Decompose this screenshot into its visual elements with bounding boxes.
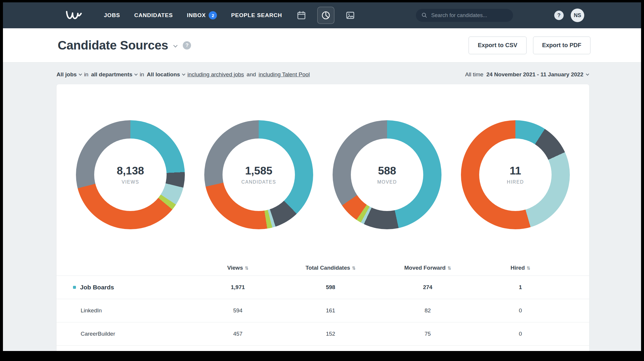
views-column-header[interactable]: Views⇅	[194, 265, 282, 271]
media-report-icon[interactable]	[344, 9, 356, 21]
sort-icon: ⇅	[447, 266, 451, 271]
report-card: 8,138 VIEWS 1,585 CANDIDATES 588 MOVED 1…	[57, 84, 589, 351]
search-icon	[421, 12, 428, 19]
workable-logo-icon	[66, 9, 82, 21]
job-boards-legend-swatch	[73, 286, 76, 289]
filter-conjunction: in	[84, 71, 89, 78]
title-help-icon[interactable]: ?	[183, 41, 191, 50]
search-box	[416, 9, 513, 22]
page-title: Candidate Sources	[58, 38, 168, 52]
table-row-careerbuilder: CareerBuilder 457 152 75 0	[57, 322, 589, 346]
sources-table: Views⇅ Total Candidates⇅ Moved Forward⇅ …	[57, 260, 589, 351]
table-row-job-boards[interactable]: Job Boards 1,971 598 274 1	[57, 276, 589, 299]
candidates-value: 598	[282, 284, 379, 291]
moved-total: 588	[378, 165, 396, 177]
help-icon[interactable]: ?	[554, 11, 564, 20]
top-nav: JOBS CANDIDATES INBOX 2 PEOPLE SEARCH	[3, 2, 641, 28]
nav-inbox[interactable]: INBOX 2	[187, 11, 217, 19]
source-name: LinkedIn	[81, 307, 102, 314]
nav-links: JOBS CANDIDATES INBOX 2 PEOPLE SEARCH	[104, 11, 282, 19]
calendar-icon[interactable]	[296, 9, 307, 21]
jobs-filter-label: All jobs	[57, 71, 77, 78]
date-range-filter[interactable]: All time 24 November 2021 - 11 January 2…	[465, 71, 589, 78]
avatar[interactable]: NS	[571, 9, 584, 22]
moved-forward-header-label: Moved Forward	[404, 265, 446, 271]
reports-pie-icon[interactable]	[317, 7, 334, 24]
nav-icon-group	[296, 7, 356, 24]
views-total: 8,138	[117, 165, 144, 177]
date-range-prefix: All time	[465, 71, 483, 78]
donut-candidates: 1,585 CANDIDATES	[204, 120, 313, 229]
moved-forward-column-header[interactable]: Moved Forward⇅	[379, 265, 476, 271]
search-input[interactable]	[431, 12, 508, 19]
sort-icon: ⇅	[352, 266, 356, 271]
inbox-count-badge: 2	[209, 11, 217, 19]
export-pdf-button[interactable]: Export to PDF	[533, 37, 590, 54]
source-name: CareerBuilder	[81, 331, 115, 337]
departments-filter-label: all departments	[91, 71, 132, 78]
table-row-indeed: Indeed 433 145 73 0	[57, 346, 589, 351]
total-candidates-header-label: Total Candidates	[306, 265, 350, 271]
chevron-down-icon	[79, 72, 82, 75]
moved-label: MOVED	[377, 179, 397, 185]
hired-total: 11	[509, 165, 521, 177]
export-csv-button[interactable]: Export to CSV	[469, 37, 526, 54]
jobs-filter[interactable]: All jobs	[57, 71, 82, 78]
page-header: Candidate Sources ? Export to CSV Export…	[3, 28, 641, 62]
hired-value: 1	[476, 284, 565, 291]
donut-moved: 588 MOVED	[333, 120, 441, 229]
filter-bar: All jobs in all departments in All locat…	[3, 62, 641, 78]
sort-icon: ⇅	[245, 266, 248, 271]
date-range-value: 24 November 2021 - 11 January 2022	[486, 71, 583, 78]
source-name: Job Boards	[80, 284, 114, 291]
locations-filter-label: All locations	[147, 71, 180, 78]
table-row-linkedin: LinkedIn 594 161 82 0	[57, 299, 589, 322]
locations-filter[interactable]: All locations	[147, 71, 185, 78]
donut-hired: 11 HIRED	[461, 120, 570, 229]
donut-chart-row: 8,138 VIEWS 1,585 CANDIDATES 588 MOVED 1…	[57, 120, 589, 229]
nav-candidates[interactable]: CANDIDATES	[134, 12, 173, 19]
candidates-label: CANDIDATES	[241, 179, 276, 185]
talent-pool-link[interactable]: including Talent Pool	[259, 71, 310, 78]
candidates-value: 152	[282, 331, 379, 337]
donut-views: 8,138 VIEWS	[76, 120, 185, 229]
candidates-value: 161	[282, 307, 379, 314]
nav-people-search[interactable]: PEOPLE SEARCH	[231, 12, 282, 19]
filter-conjunction: in	[140, 71, 144, 78]
nav-jobs[interactable]: JOBS	[104, 12, 120, 19]
moved-value: 82	[379, 307, 476, 314]
hired-value: 0	[476, 331, 565, 337]
hired-value: 0	[476, 307, 565, 314]
moved-value: 75	[379, 331, 476, 337]
filter-conjunction: and	[247, 71, 256, 78]
views-value: 457	[194, 331, 282, 337]
chevron-down-icon	[586, 72, 589, 75]
candidates-total: 1,585	[245, 165, 273, 177]
hired-label: HIRED	[507, 179, 524, 185]
table-header-row: Views⇅ Total Candidates⇅ Moved Forward⇅ …	[57, 260, 589, 276]
views-label: VIEWS	[122, 179, 139, 185]
views-value: 1,971	[194, 284, 282, 291]
title-chevron-down-icon[interactable]	[173, 43, 177, 47]
hired-header-label: Hired	[510, 265, 525, 271]
sort-icon: ⇅	[527, 266, 530, 271]
views-value: 594	[194, 307, 282, 314]
moved-value: 274	[379, 284, 476, 291]
chevron-down-icon	[182, 72, 185, 75]
archived-jobs-link[interactable]: including archived jobs	[187, 71, 244, 78]
workable-logo[interactable]	[66, 9, 82, 21]
total-candidates-column-header[interactable]: Total Candidates⇅	[282, 265, 379, 271]
departments-filter[interactable]: all departments	[91, 71, 137, 78]
views-header-label: Views	[227, 265, 243, 271]
nav-inbox-label: INBOX	[187, 12, 206, 19]
app-window: JOBS CANDIDATES INBOX 2 PEOPLE SEARCH	[3, 2, 641, 351]
chevron-down-icon	[134, 72, 137, 75]
hired-column-header[interactable]: Hired⇅	[476, 265, 565, 271]
